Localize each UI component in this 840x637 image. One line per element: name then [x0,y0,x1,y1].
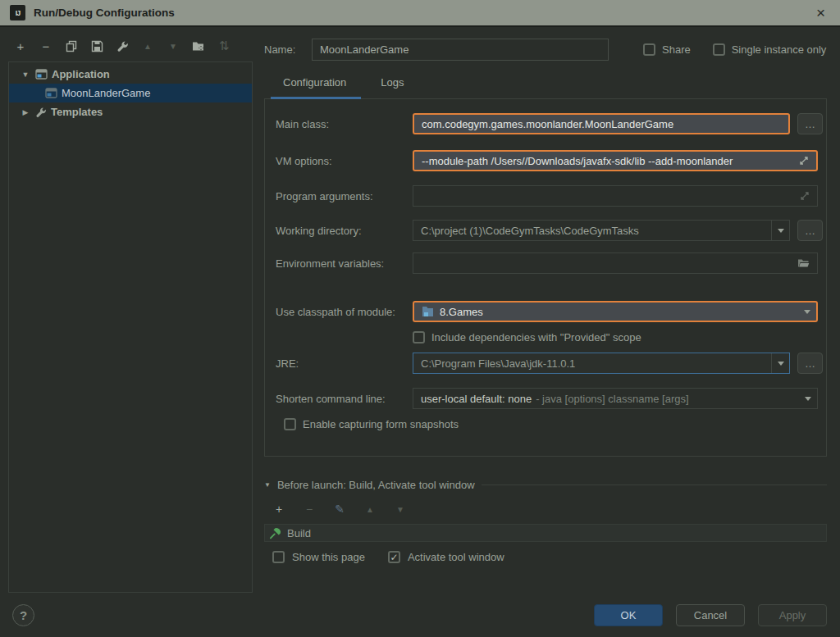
activate-tool-window-label: Activate tool window [408,551,504,563]
new-folder-icon[interactable] [191,39,206,53]
module-combobox[interactable]: 8.Games [413,301,818,322]
move-task-up-icon: ▲ [363,502,377,516]
working-directory-browse-button[interactable]: … [797,220,823,241]
environment-variables-row: Environment variables: [276,253,817,274]
build-task-label: Build [287,527,311,539]
close-icon[interactable]: × [811,5,830,20]
main-class-row: Main class: com.codegym.games.moonlander… [276,113,817,134]
run-debug-configurations-dialog: IJ Run/Debug Configurations × + − ▲ ▼ ⇅ … [0,0,840,637]
build-hammer-icon [269,527,281,539]
dropdown-arrow-icon[interactable] [798,303,816,321]
name-input[interactable]: MoonLanderGame [312,39,609,61]
configuration-editor: Name: MoonLanderGame ✓ Share ✓ Single in… [264,38,827,563]
active-tab-indicator [271,97,361,99]
configurations-tree: ▼ Application MoonLanderGame ▶ Templates [8,61,253,593]
dialog-title: Run/Debug Configurations [34,7,175,19]
main-class-browse-button[interactable]: … [797,113,823,134]
expand-editor-icon[interactable] [799,156,809,166]
jre-browse-button[interactable]: … [797,353,823,374]
single-instance-label: Single instance only [732,43,827,56]
edit-defaults-wrench-icon[interactable] [115,39,130,53]
move-down-icon: ▼ [166,39,180,53]
browse-folder-icon[interactable] [797,258,810,268]
main-class-input[interactable]: com.codegym.games.moonlander.MoonLanderG… [413,113,790,134]
environment-variables-input[interactable] [413,253,818,274]
application-type-icon [45,88,57,98]
apply-button[interactable]: Apply [758,604,827,626]
working-directory-combobox[interactable]: C:\project (1)\CodeGymTasks\CodeGymTasks [413,220,790,241]
tab-logs[interactable]: Logs [381,76,404,98]
ok-button[interactable]: OK [594,604,663,626]
add-task-button[interactable]: + [272,502,286,516]
dropdown-arrow-icon[interactable] [799,389,817,408]
chevron-expanded-icon[interactable]: ▼ [264,481,271,489]
before-launch-task-build[interactable]: Build [264,524,827,542]
show-this-page-label: Show this page [292,551,365,563]
module-icon [422,306,434,317]
environment-variables-label: Environment variables: [276,257,413,270]
dropdown-arrow-icon[interactable] [771,353,789,373]
working-directory-label: Working directory: [276,225,413,237]
shorten-command-line-combobox[interactable]: user-local default: none - java [options… [413,388,818,409]
share-checkbox[interactable]: ✓ [643,43,655,56]
application-type-icon [35,69,48,80]
program-arguments-row: Program arguments: [276,185,817,207]
add-configuration-button[interactable]: + [13,39,28,53]
program-arguments-label: Program arguments: [276,190,413,202]
jre-label: JRE: [276,357,413,370]
share-label: Share [662,43,691,56]
move-task-down-icon: ▼ [393,502,408,516]
cancel-button[interactable]: Cancel [676,604,745,626]
enable-snapshots-row: ✓ Enable capturing form snapshots [284,415,817,433]
include-provided-checkbox[interactable]: ✓ [413,331,425,344]
intellij-logo-icon: IJ [10,5,25,20]
remove-configuration-button[interactable]: − [39,39,53,53]
edit-task-icon: ✎ [332,502,347,516]
single-instance-checkbox[interactable]: ✓ [713,43,725,56]
show-this-page-checkbox[interactable]: ✓ [272,551,285,563]
help-button[interactable]: ? [12,604,34,626]
program-arguments-input[interactable] [413,185,818,207]
shorten-command-line-row: Shorten command line: user-local default… [276,388,817,409]
use-classpath-row: Use classpath of module: 8.Games [276,301,817,322]
dropdown-arrow-icon[interactable] [771,221,789,240]
before-launch-toolbar: + − ✎ ▲ ▼ [264,502,827,516]
tree-item-moonlandergame[interactable]: MoonLanderGame [9,84,252,102]
save-configuration-icon[interactable] [89,39,104,53]
tree-item-label: MoonLanderGame [62,87,150,99]
include-provided-label: Include dependencies with "Provided" sco… [431,331,641,344]
configuration-form: Main class: com.codegym.games.moonlander… [264,98,827,457]
vm-options-row: VM options: --module-path /Users//Downlo… [276,150,817,171]
tab-configuration[interactable]: Configuration [283,76,346,98]
include-provided-row: ✓ Include dependencies with "Provided" s… [413,328,817,346]
before-launch-header[interactable]: ▼ Before launch: Build, Activate tool wi… [264,479,827,491]
remove-task-button: − [302,502,317,516]
before-launch-options: ✓ Show this page ✓ Activate tool window [264,551,827,563]
templates-wrench-icon [35,107,47,118]
copy-configuration-icon[interactable] [64,39,79,53]
tree-group-application[interactable]: ▼ Application [9,65,252,84]
tree-group-label: Templates [51,106,103,118]
use-classpath-label: Use classpath of module: [276,306,413,318]
vm-options-label: VM options: [276,155,413,167]
main-class-label: Main class: [276,118,413,130]
before-launch-title: Before launch: Build, Activate tool wind… [277,479,475,491]
jre-row: JRE: C:\Program Files\Java\jdk-11.0.1 … [276,353,817,374]
enable-snapshots-checkbox[interactable]: ✓ [284,418,296,430]
configurations-toolbar: + − ▲ ▼ ⇅ [13,38,231,54]
title-bar: IJ Run/Debug Configurations × [0,0,840,27]
activate-tool-window-checkbox[interactable]: ✓ [388,551,400,563]
chevron-collapsed-icon[interactable]: ▶ [20,108,31,116]
chevron-expanded-icon[interactable]: ▼ [20,71,31,79]
jre-combobox[interactable]: C:\Program Files\Java\jdk-11.0.1 [413,353,790,374]
name-label: Name: [264,43,312,56]
tabs: Configuration Logs [264,76,827,98]
expand-editor-icon[interactable] [800,191,810,201]
shorten-command-line-label: Shorten command line: [276,393,413,405]
tree-group-templates[interactable]: ▶ Templates [9,102,252,121]
vm-options-input[interactable]: --module-path /Users//Downloads/javafx-s… [413,150,818,171]
enable-snapshots-label: Enable capturing form snapshots [303,418,459,430]
move-up-icon: ▲ [140,39,155,53]
name-row: Name: MoonLanderGame ✓ Share ✓ Single in… [264,38,827,61]
sort-configurations-icon: ⇅ [217,39,231,53]
